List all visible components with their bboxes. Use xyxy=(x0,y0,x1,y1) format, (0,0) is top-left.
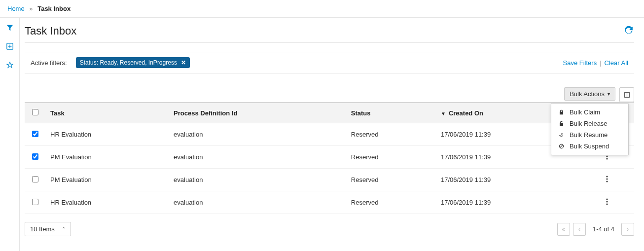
svg-point-16 xyxy=(606,180,608,182)
bulk-actions-button[interactable]: Bulk Actions ▾ xyxy=(564,87,615,101)
breadcrumb-home[interactable]: Home xyxy=(7,5,25,12)
cell-status: Reserved xyxy=(346,191,436,214)
breadcrumb-current: Task Inbox xyxy=(37,5,71,12)
cell-pdid: evaluation xyxy=(169,146,346,169)
filter-icon[interactable] xyxy=(5,23,15,33)
cell-status: Reserved xyxy=(346,169,436,191)
bulk-claim-item[interactable]: Bulk Claim xyxy=(551,107,628,118)
svg-point-12 xyxy=(606,155,608,157)
chevron-down-icon: ▾ xyxy=(608,91,610,97)
svg-line-5 xyxy=(560,145,563,148)
svg-point-17 xyxy=(606,198,608,200)
filter-chip-text: Status: Ready, Reserved, InProgress xyxy=(80,59,177,66)
filter-chip-status: Status: Ready, Reserved, InProgress ✕ xyxy=(76,57,190,68)
filters-bar: Active filters: Status: Ready, Reserved,… xyxy=(25,52,634,73)
cell-status: Reserved xyxy=(346,146,436,169)
svg-point-15 xyxy=(606,178,608,179)
row-checkbox[interactable] xyxy=(32,199,38,205)
unlock-icon xyxy=(558,121,565,126)
table-row[interactable]: HR EvaluationevaluationReserved17/06/201… xyxy=(25,123,634,146)
add-icon[interactable] xyxy=(5,41,15,51)
page-size-selector[interactable]: 10 Items ⌃ xyxy=(25,222,71,236)
row-checkbox[interactable] xyxy=(32,176,38,182)
save-filters-link[interactable]: Save Filters xyxy=(563,59,597,67)
bulk-claim-label: Bulk Claim xyxy=(570,108,600,116)
cell-task: HR Evaluation xyxy=(45,123,169,146)
next-page-button[interactable]: › xyxy=(621,223,634,236)
row-checkbox[interactable] xyxy=(32,131,38,137)
prev-page-button[interactable]: ‹ xyxy=(573,223,586,236)
pagination-info: 1-4 of 4 xyxy=(593,225,614,233)
clear-all-link[interactable]: Clear All xyxy=(605,59,628,67)
bulk-actions-menu: Bulk Claim Bulk Release Bulk Resume xyxy=(551,103,629,155)
bulk-release-label: Bulk Release xyxy=(570,120,608,127)
svg-point-18 xyxy=(606,201,608,202)
svg-point-13 xyxy=(606,158,608,159)
cell-task: PM Evaluation xyxy=(45,146,169,169)
col-task[interactable]: Task xyxy=(45,103,169,123)
star-icon[interactable] xyxy=(5,60,15,70)
active-filters-label: Active filters: xyxy=(31,59,67,67)
refresh-icon[interactable] xyxy=(624,26,634,36)
filters-divider: | xyxy=(600,59,601,67)
breadcrumb-sep: » xyxy=(29,5,33,12)
table-row[interactable]: PM EvaluationevaluationReserved17/06/201… xyxy=(25,146,634,169)
svg-point-19 xyxy=(606,203,608,205)
ban-icon xyxy=(558,143,565,149)
bulk-suspend-item[interactable]: Bulk Suspend xyxy=(551,141,628,152)
bulk-release-item[interactable]: Bulk Release xyxy=(551,118,628,129)
cell-status: Reserved xyxy=(346,123,436,146)
col-pdid[interactable]: Process Definition Id xyxy=(169,103,346,123)
row-actions-button[interactable] xyxy=(606,198,608,205)
col-created-label: Created On xyxy=(449,109,483,117)
cell-created: 17/06/2019 11:39 xyxy=(436,191,580,214)
cell-pdid: evaluation xyxy=(169,191,346,214)
col-status[interactable]: Status xyxy=(346,103,436,123)
cell-task: PM Evaluation xyxy=(45,169,169,191)
cell-pdid: evaluation xyxy=(169,123,346,146)
chevron-up-icon: ⌃ xyxy=(62,226,66,232)
table-row[interactable]: PM EvaluationevaluationReserved17/06/201… xyxy=(25,169,634,191)
row-actions-button[interactable] xyxy=(606,176,608,182)
svg-point-14 xyxy=(606,176,608,177)
table-row[interactable]: HR EvaluationevaluationReserved17/06/201… xyxy=(25,191,634,214)
task-table: Task Process Definition Id Status ▼Creat… xyxy=(25,102,634,214)
first-page-button[interactable]: « xyxy=(557,223,570,236)
pagination: « ‹ 1-4 of 4 › xyxy=(557,223,634,236)
svg-marker-3 xyxy=(6,62,12,68)
columns-button[interactable] xyxy=(619,87,634,102)
sort-desc-icon: ▼ xyxy=(441,111,446,116)
select-all-checkbox[interactable] xyxy=(32,109,38,115)
cell-pdid: evaluation xyxy=(169,169,346,191)
bulk-suspend-label: Bulk Suspend xyxy=(570,143,609,150)
side-rail xyxy=(0,18,20,251)
lock-icon xyxy=(558,109,565,115)
row-checkbox[interactable] xyxy=(32,153,38,160)
bulk-resume-label: Bulk Resume xyxy=(570,131,608,139)
bulk-resume-item[interactable]: Bulk Resume xyxy=(551,129,628,141)
breadcrumb: Home » Task Inbox xyxy=(0,0,644,18)
filter-chip-remove-icon[interactable]: ✕ xyxy=(181,59,186,66)
cell-task: HR Evaluation xyxy=(45,191,169,214)
page-size-label: 10 Items xyxy=(30,225,55,233)
bulk-actions-label: Bulk Actions xyxy=(570,90,605,98)
history-icon xyxy=(558,132,565,138)
page-title: Task Inbox xyxy=(25,25,76,37)
cell-created: 17/06/2019 11:39 xyxy=(436,169,580,191)
